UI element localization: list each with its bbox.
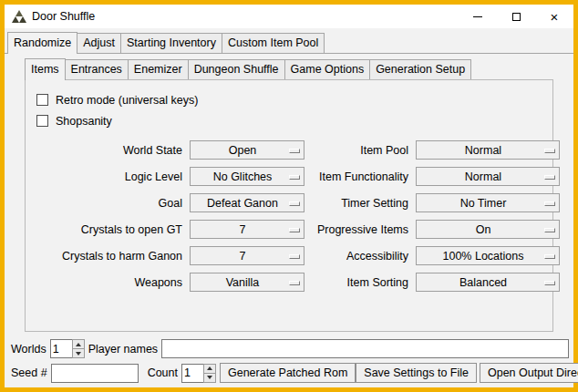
count-input[interactable] <box>181 364 203 383</box>
dropdown-indicator-icon <box>544 175 555 180</box>
title-bar[interactable]: Door Shuffle × <box>5 5 573 28</box>
dropdown-indicator-icon <box>544 201 555 206</box>
close-button[interactable]: × <box>535 5 573 28</box>
retro-mode-checkbox[interactable] <box>36 94 48 106</box>
worlds-spin-down-button[interactable] <box>72 349 85 358</box>
dropdown-indicator-icon <box>289 149 300 153</box>
open-output-directory-button[interactable]: Open Output Directory <box>480 363 578 383</box>
item-pool-value: Normal <box>465 144 501 157</box>
tab-randomize[interactable]: Randomize <box>7 32 77 54</box>
arrow-down-icon <box>207 376 212 379</box>
worlds-spinner <box>50 339 85 358</box>
items-pane: Retro mode (universal keys) Shopsanity W… <box>25 79 553 332</box>
item-functionality-value: Normal <box>465 170 501 183</box>
maximize-button[interactable] <box>497 5 535 28</box>
goal-value: Defeat Ganon <box>207 197 278 210</box>
dropdown-indicator-icon <box>544 254 555 259</box>
progressive-items-label: Progressive Items <box>312 223 408 236</box>
item-functionality-dropdown[interactable]: Normal <box>416 167 560 186</box>
worlds-input[interactable] <box>50 339 72 358</box>
tab-entrances[interactable]: Entrances <box>65 59 129 79</box>
item-sorting-dropdown[interactable]: Balanced <box>416 273 560 292</box>
tab-enemizer[interactable]: Enemizer <box>128 59 189 79</box>
shopsanity-checkbox[interactable] <box>36 115 48 127</box>
item-sorting-value: Balanced <box>459 276 507 289</box>
tab-items[interactable]: Items <box>25 58 66 80</box>
minimize-icon <box>473 16 482 17</box>
weapons-label: Weapons <box>36 276 182 289</box>
tab-generation-setup[interactable]: Generation Setup <box>369 59 471 79</box>
tab-game-options[interactable]: Game Options <box>284 59 371 79</box>
tab-adjust[interactable]: Adjust <box>77 33 121 53</box>
item-sorting-label: Item Sorting <box>312 276 408 289</box>
worlds-row: Worlds Player names <box>5 339 573 358</box>
arrow-up-icon <box>76 343 81 346</box>
count-spin-up-button[interactable] <box>203 364 216 374</box>
player-names-label: Player names <box>88 343 158 356</box>
dropdown-indicator-icon <box>544 228 555 232</box>
save-settings-button[interactable]: Save Settings to File <box>356 363 477 383</box>
timer-setting-label: Timer Setting <box>312 197 408 210</box>
dropdown-indicator-icon <box>289 228 300 232</box>
player-names-input[interactable] <box>161 339 569 358</box>
timer-setting-value: No Timer <box>460 197 507 210</box>
worlds-spin-buttons <box>72 339 85 358</box>
dropdown-indicator-icon <box>544 149 555 153</box>
inner-tab-bar: Items Entrances Enemizer Dungeon Shuffle… <box>25 58 553 79</box>
worlds-label: Worlds <box>11 343 46 356</box>
seed-row: Seed # Count Generate Patched Rom Save S… <box>5 363 573 383</box>
accessibility-label: Accessibility <box>312 250 408 263</box>
progressive-items-dropdown[interactable]: On <box>416 220 560 239</box>
logic-level-label: Logic Level <box>36 170 182 183</box>
accessibility-dropdown[interactable]: 100% Locations <box>416 246 560 265</box>
count-label: Count <box>148 366 178 379</box>
tab-custom-item-pool[interactable]: Custom Item Pool <box>222 33 325 53</box>
accessibility-value: 100% Locations <box>443 250 524 263</box>
dropdown-indicator-icon <box>289 254 300 259</box>
world-state-value: Open <box>229 144 257 157</box>
weapons-value: Vanilla <box>226 276 260 289</box>
worlds-spin-up-button[interactable] <box>72 339 85 349</box>
logic-level-value: No Glitches <box>213 170 273 183</box>
world-state-label: World State <box>36 144 182 157</box>
window-controls: × <box>459 5 573 28</box>
retro-mode-label: Retro mode (universal keys) <box>56 94 198 107</box>
item-pool-dropdown[interactable]: Normal <box>416 140 560 160</box>
seed-label: Seed # <box>11 366 47 379</box>
tab-starting-inventory[interactable]: Starting Inventory <box>120 33 222 53</box>
window-title: Door Shuffle <box>32 10 95 23</box>
crystals-harm-ganon-dropdown[interactable]: 7 <box>190 246 304 265</box>
item-pool-label: Item Pool <box>312 144 408 157</box>
dropdown-indicator-icon <box>289 281 300 285</box>
goal-dropdown[interactable]: Defeat Ganon <box>190 193 304 212</box>
outer-tab-bar: Randomize Adjust Starting Inventory Cust… <box>5 28 573 53</box>
dropdown-indicator-icon <box>289 201 300 206</box>
generate-patched-rom-button[interactable]: Generate Patched Rom <box>220 363 356 383</box>
goal-label: Goal <box>36 197 182 210</box>
timer-setting-dropdown[interactable]: No Timer <box>416 193 560 212</box>
minimize-button[interactable] <box>459 5 497 28</box>
count-spin-down-button[interactable] <box>203 374 216 383</box>
count-spin-buttons <box>203 364 216 383</box>
item-functionality-label: Item Functionality <box>312 170 408 183</box>
dropdown-indicator-icon <box>544 281 555 285</box>
weapons-dropdown[interactable]: Vanilla <box>190 273 304 292</box>
count-spinner <box>181 364 216 383</box>
options-grid: World State Open Item Pool Normal Logic … <box>36 140 547 292</box>
progressive-items-value: On <box>476 223 491 236</box>
world-state-dropdown[interactable]: Open <box>190 140 304 160</box>
shopsanity-label: Shopsanity <box>56 115 112 128</box>
logic-level-dropdown[interactable]: No Glitches <box>190 167 304 186</box>
arrow-up-icon <box>207 366 212 370</box>
close-icon: × <box>551 10 559 24</box>
randomize-pane: Items Entrances Enemizer Dungeon Shuffle… <box>5 53 573 387</box>
crystals-harm-ganon-label: Crystals to harm Ganon <box>36 250 182 263</box>
crystals-open-gt-label: Crystals to open GT <box>36 223 182 236</box>
crystals-open-gt-dropdown[interactable]: 7 <box>190 220 304 239</box>
maximize-icon <box>512 13 521 21</box>
crystals-harm-ganon-value: 7 <box>240 250 246 263</box>
seed-input[interactable] <box>51 364 139 383</box>
door-shuffle-window: Door Shuffle × Randomize Adjust Starting… <box>0 0 578 392</box>
shopsanity-row: Shopsanity <box>36 110 547 131</box>
tab-dungeon-shuffle[interactable]: Dungeon Shuffle <box>188 59 285 79</box>
